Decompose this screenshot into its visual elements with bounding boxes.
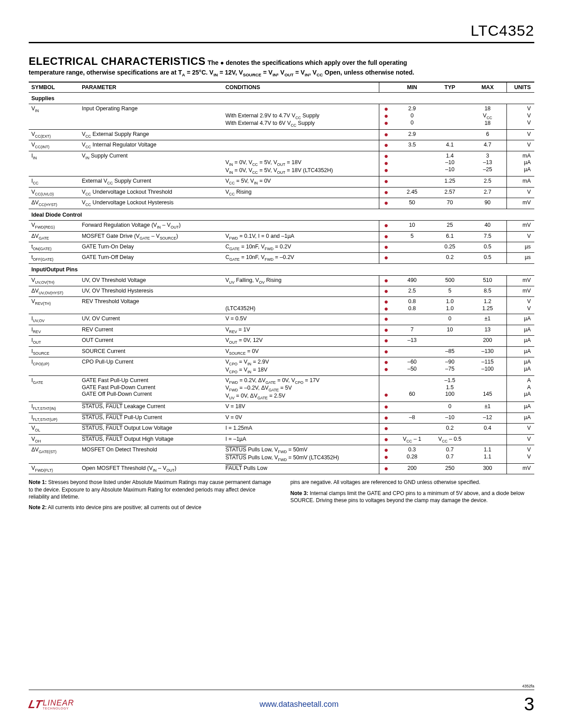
table-row: VREV(TH)REV Threshold Voltage (LTC4352H)… [29, 297, 534, 314]
th-parameter: PARAMETER [79, 82, 223, 93]
logo-text: LINEAR [43, 698, 74, 707]
table-row: ΔVGATE(ST)MOSFET On Detect ThresholdSTAT… [29, 445, 534, 464]
table-row: IGATEGATE Fast Pull-Up CurrentGATE Fast … [29, 376, 534, 402]
table-row: VCC(UVLO)VCC Undervoltage Lockout Thresh… [29, 187, 534, 198]
table-row: ΔVCC(HYST)VCC Undervoltage Lockout Hyste… [29, 198, 534, 209]
table-row: IOUTOUT CurrentVOUT = 0V, 12V●–13 200µA [29, 336, 534, 346]
table-row: ICCExternal VCC Supply CurrentVCC = 5V, … [29, 176, 534, 187]
doc-id: 4352fa [522, 684, 534, 688]
table-row: tOFF(GATE)GATE Turn-Off DelayCGATE = 10n… [29, 253, 534, 263]
linear-logo: LT LINEAR TECHNOLOGY [29, 698, 74, 710]
part-number: LTC4352 [29, 22, 534, 43]
table-row: ΔVGATEMOSFET Gate Drive (VGATE – VSOURCE… [29, 231, 534, 242]
table-row: IFLT,STAT(IN)STATUS, FAULT Leakage Curre… [29, 402, 534, 413]
table-row: VFWD(FLT)Open MOSFET Threshold (VIN – VO… [29, 463, 534, 474]
table-row: ISOURCESOURCE CurrentVSOURCE = 0V● –85–1… [29, 346, 534, 357]
table-row: ΔVUV,OV(HYST)UV, OV Threshold Hysteresis… [29, 286, 534, 296]
group-header: Input/Output Pins [29, 263, 534, 275]
table-row: VUV,OV(TH)UV, OV Threshold VoltageVUV Fa… [29, 275, 534, 286]
th-units: UNITS [506, 82, 534, 93]
page-number: 3 [524, 694, 534, 715]
th-conditions: CONDITIONS [223, 82, 379, 93]
electrical-characteristics-table: SYMBOL PARAMETER CONDITIONS MIN TYP MAX … [29, 82, 534, 475]
table-row: tON(GATE)GATE Turn-On DelayCGATE = 10nF,… [29, 242, 534, 253]
th-dot [379, 82, 393, 93]
notes-right: pins are negative. All voltages are refe… [291, 479, 535, 514]
footer-url: www.datasheetall.com [260, 700, 339, 709]
logo-subtext: TECHNOLOGY [43, 707, 74, 710]
th-min: MIN [393, 82, 431, 93]
section-header-block: ELECTRICAL CHARACTERISTICS The ● denotes… [29, 54, 534, 78]
th-max: MAX [469, 82, 507, 93]
notes-block: Note 1: Stresses beyond those listed und… [29, 479, 534, 514]
th-typ: TYP [431, 82, 469, 93]
table-row: ICPO(UP)CPO Pull-Up CurrentVCPO = VIN = … [29, 357, 534, 376]
notes-left: Note 1: Stresses beyond those listed und… [29, 479, 273, 514]
section-title: ELECTRICAL CHARACTERISTICS [29, 55, 206, 67]
page-footer: 4352fa LT LINEAR TECHNOLOGY www.datashee… [29, 690, 534, 715]
header-note-1: The ● denotes the specifications which a… [208, 59, 407, 66]
header-note-2: temperature range, otherwise specificati… [29, 69, 414, 76]
table-row: IREVREV CurrentVREV = 1V●71013µA [29, 325, 534, 335]
group-header: Supplies [29, 92, 534, 104]
table-header-row: SYMBOL PARAMETER CONDITIONS MIN TYP MAX … [29, 82, 534, 93]
table-row: VOHSTATUS, FAULT Output High VoltageI = … [29, 434, 534, 445]
table-row: IINVIN Supply Current VIN = 0V, VCC = 5V… [29, 151, 534, 176]
table-row: VINInput Operating Range With External 2… [29, 104, 534, 130]
th-symbol: SYMBOL [29, 82, 79, 93]
group-header: Ideal Diode Control [29, 209, 534, 221]
table-row: IFLT,STAT(UP)STATUS, FAULT Pull-Up Curre… [29, 413, 534, 423]
table-row: VFWD(REG)Forward Regulation Voltage (VIN… [29, 221, 534, 231]
table-row: VCC(INT)VCC Internal Regulator Voltage ●… [29, 140, 534, 151]
logo-mark-icon: LT [28, 700, 43, 709]
table-row: VCC(EXT)VCC External Supply Range ●2.9 6… [29, 129, 534, 140]
table-row: VOLSTATUS, FAULT Output Low VoltageI = 1… [29, 424, 534, 434]
table-row: IUV,OVUV, OV CurrentV = 0.5V● 0±1µA [29, 314, 534, 325]
